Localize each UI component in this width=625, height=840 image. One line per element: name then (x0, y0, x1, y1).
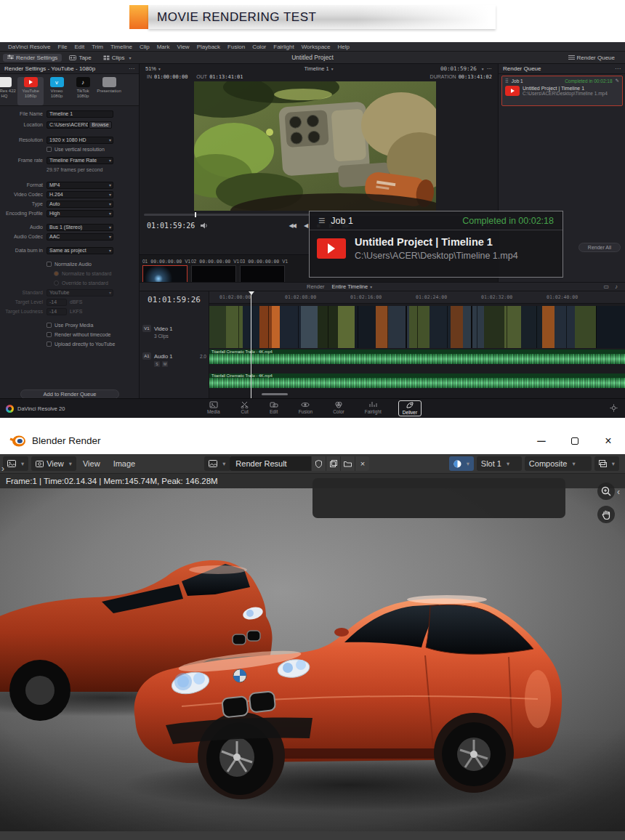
file-name-input[interactable]: Timeline 1 (47, 110, 113, 118)
location-input[interactable]: C:\Users\ACER\Desktop (47, 121, 89, 129)
preset-prores[interactable]: ProRes 422 HQ (0, 77, 17, 105)
zoom-in-button[interactable] (597, 482, 615, 500)
page-color[interactable]: Color (329, 400, 348, 416)
page-cut[interactable]: Cut (237, 400, 253, 416)
drag-handle-icon[interactable] (318, 214, 331, 227)
page-fairlight[interactable]: Fairlight (361, 400, 385, 416)
render-queue-toggle[interactable]: Render Queue (564, 54, 619, 62)
render-scope-select[interactable]: Entire Timeline (332, 283, 372, 290)
video-clip-filmstrip[interactable] (209, 306, 625, 348)
menu-file[interactable]: File (55, 44, 71, 50)
image-menu[interactable]: Image (107, 459, 142, 468)
solo-button[interactable]: S (154, 361, 160, 367)
menu-edit[interactable]: Edit (70, 44, 88, 50)
no-timecode-checkbox[interactable] (47, 332, 52, 337)
new-image-icon[interactable] (326, 456, 340, 471)
timeline-playhead[interactable] (251, 291, 251, 398)
vertical-res-checkbox[interactable] (47, 147, 52, 152)
browse-button[interactable]: Browse (89, 121, 112, 129)
preset-youtube[interactable]: YouTube 1080p (17, 77, 44, 105)
render-viewport[interactable] (0, 488, 625, 831)
image-name-field[interactable]: Render Result (230, 456, 311, 471)
jump-start-button[interactable]: ◀◀ (289, 222, 295, 229)
page-edit[interactable]: Edit (266, 400, 282, 416)
panel-options-icon[interactable] (129, 65, 134, 72)
unlink-image-icon[interactable]: × (355, 456, 369, 471)
normalize-audio-checkbox[interactable] (47, 262, 52, 267)
video-codec-select[interactable]: H.264 (47, 191, 113, 198)
menu-fusion[interactable]: Fusion (224, 44, 249, 50)
page-deliver[interactable]: Deliver (398, 400, 422, 416)
render-all-button[interactable]: Render All (578, 243, 621, 252)
audio-track-header[interactable]: A1 Audio 1 2.0 S M (142, 352, 206, 367)
slot-select[interactable]: Slot 1 (477, 456, 522, 471)
menu-color[interactable]: Color (249, 44, 270, 50)
render-job-card[interactable]: ⣿ Job 1 Completed in 00:02:18 ✎ Untitled… (501, 76, 623, 106)
audio-clip-1[interactable]: Titanfall Cinematic Traile - 4K.mp4 (209, 350, 625, 364)
browse-image-button[interactable] (204, 456, 230, 471)
override-standard-radio[interactable] (54, 280, 59, 286)
normalize-standard-radio[interactable] (54, 271, 59, 276)
encoding-profile-select[interactable]: High (47, 210, 113, 217)
queue-options-icon[interactable] (615, 65, 621, 72)
format-select[interactable]: MP4 (47, 182, 113, 189)
maximize-button[interactable] (558, 427, 592, 454)
video-preview[interactable] (194, 81, 436, 211)
menu-playback[interactable]: Playback (193, 44, 224, 50)
minimize-button[interactable]: ─ (525, 427, 558, 454)
timeline-ruler[interactable]: 01:02:00:00 01:02:08:00 01:02:16:00 01:0… (209, 291, 625, 304)
audio-select[interactable]: Bus 1 (Stereo) (47, 224, 113, 231)
blender-titlebar[interactable]: Blender Render ─ × (0, 427, 625, 454)
type-select[interactable]: Auto (47, 201, 113, 208)
layer-select[interactable]: Composite (525, 456, 592, 471)
play-reverse-button[interactable]: ◀ (304, 222, 308, 229)
data-burn-select[interactable]: Same as project (47, 247, 113, 254)
audio-mixer-icon[interactable]: ♪ (615, 283, 618, 290)
expand-region-right-icon[interactable]: ‹ (617, 487, 620, 497)
pan-hand-button[interactable] (597, 506, 615, 523)
use-proxy-checkbox[interactable] (47, 323, 52, 328)
edit-job-icon[interactable]: ✎ (616, 78, 619, 84)
view-menu[interactable]: View (76, 459, 107, 468)
preset-presentation[interactable]: Presentation (96, 77, 122, 105)
render-settings-toggle[interactable]: Render Settings (3, 54, 62, 62)
mode-dropdown[interactable]: View (31, 456, 76, 471)
add-to-render-queue-button[interactable]: Add to Render Queue (20, 389, 119, 398)
flags-icon[interactable]: ▭ (603, 283, 609, 290)
menu-workspace[interactable]: Workspace (298, 44, 334, 50)
render-pass-button[interactable] (594, 456, 619, 471)
preset-tiktok[interactable]: ♪ TikTok 1080p (70, 77, 96, 105)
menu-mark[interactable]: Mark (153, 44, 174, 50)
menu-trim[interactable]: Trim (88, 44, 107, 50)
clips-toggle[interactable]: Clips (99, 54, 136, 62)
mute-button[interactable]: M (162, 361, 168, 367)
expand-region-left-icon[interactable]: › (1, 464, 4, 474)
menu-clip[interactable]: Clip (136, 44, 153, 50)
page-media[interactable]: Media (203, 400, 224, 416)
target-level-input[interactable]: -14 (47, 299, 67, 306)
upload-youtube-checkbox[interactable] (47, 342, 52, 347)
editor-type-button[interactable] (3, 456, 28, 471)
target-loudness-input[interactable]: -14 (47, 308, 67, 315)
viewer-timeline-select[interactable]: Timeline 1 (140, 65, 498, 72)
menu-fairlight[interactable]: Fairlight (270, 44, 297, 50)
scrub-playhead[interactable] (195, 212, 196, 217)
video-track-header[interactable]: V1 Video 1 3 Clips (142, 325, 206, 339)
menu-timeline[interactable]: Timeline (107, 44, 136, 50)
menu-app[interactable]: DaVinci Resolve (4, 44, 55, 50)
page-fusion[interactable]: Fusion (295, 400, 317, 416)
audio-codec-select[interactable]: AAC (47, 233, 113, 241)
frame-rate-select[interactable]: Timeline Frame Rate (47, 157, 113, 164)
menu-help[interactable]: Help (334, 44, 353, 50)
standard-select[interactable]: YouTube (47, 289, 113, 296)
display-channels-button[interactable] (449, 456, 474, 471)
timeline-scrollbar[interactable] (262, 393, 288, 395)
fake-user-shield-icon[interactable] (311, 456, 326, 471)
resolution-select[interactable]: 1920 x 1080 HD (47, 137, 113, 144)
menu-view[interactable]: View (173, 44, 193, 50)
tape-toggle[interactable]: Tape (65, 54, 95, 62)
audio-clip-2[interactable]: Titanfall Cinematic Traile - 4K.mp4 (209, 373, 625, 388)
open-image-folder-icon[interactable] (340, 456, 355, 471)
close-button[interactable]: × (592, 427, 625, 454)
preset-vimeo[interactable]: v Vimeo 1080p (44, 77, 70, 105)
